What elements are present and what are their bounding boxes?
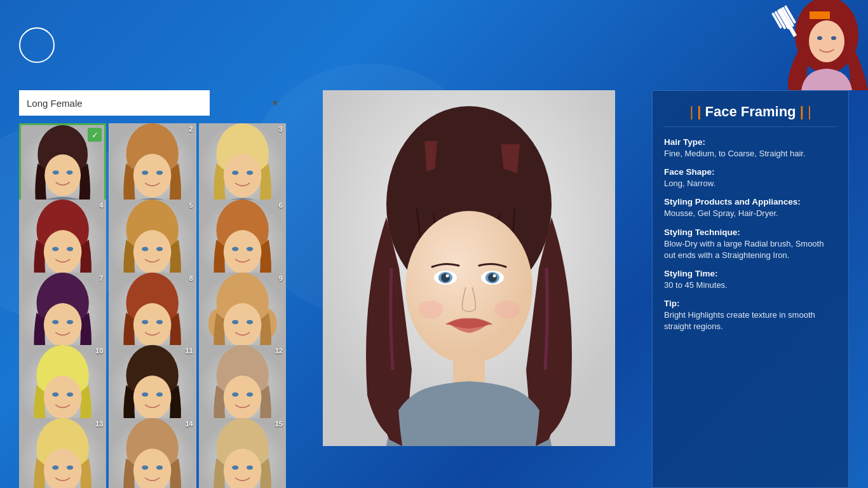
left-panel: Long FemaleShort FemaleMedium FemaleLong… — [19, 90, 286, 488]
svg-point-71 — [232, 393, 238, 397]
svg-point-15 — [67, 170, 73, 175]
svg-point-96 — [488, 273, 497, 282]
svg-point-23 — [224, 154, 262, 198]
main-content: Long FemaleShort FemaleMedium FemaleLong… — [0, 90, 868, 488]
svg-point-87 — [247, 465, 253, 470]
item-number: 14 — [185, 420, 193, 428]
svg-point-25 — [247, 170, 253, 175]
style-item[interactable]: 2 — [109, 123, 196, 210]
svg-point-19 — [142, 170, 148, 175]
svg-point-61 — [52, 393, 58, 397]
svg-point-56 — [232, 320, 238, 324]
chevron-down-icon: ▼ — [271, 98, 280, 108]
preview-image — [323, 90, 615, 446]
brand-banner — [810, 11, 830, 19]
info-title: | Face Framing | — [664, 104, 837, 127]
item-number: 5 — [189, 201, 193, 209]
svg-point-95 — [441, 273, 450, 282]
svg-point-62 — [67, 393, 73, 397]
info-section-label: Face Shape: — [664, 167, 837, 177]
svg-point-35 — [156, 247, 163, 252]
item-number: 9 — [279, 274, 283, 282]
style-item[interactable]: 3 — [199, 123, 286, 210]
info-section-value: Blow-Dry with a large Radial brush, Smoo… — [664, 238, 837, 261]
svg-point-70 — [224, 376, 262, 419]
style-grid: ✓ — [19, 123, 286, 488]
style-item[interactable]: 13 — [19, 418, 106, 488]
info-section: Styling Products and Appliances: Mousse,… — [664, 197, 837, 219]
style-item[interactable]: 15 — [199, 418, 286, 488]
svg-point-81 — [142, 465, 148, 470]
info-section-label: Styling Time: — [664, 269, 837, 278]
style-item[interactable]: ✓ — [19, 123, 106, 210]
item-number: 8 — [189, 274, 193, 282]
svg-point-57 — [247, 320, 253, 324]
svg-point-90 — [405, 211, 532, 363]
info-section: Tip: Bright Highlights create texture in… — [664, 299, 837, 332]
item-number: 6 — [279, 201, 283, 209]
back-button[interactable] — [19, 27, 55, 63]
svg-point-30 — [67, 247, 73, 252]
svg-point-100 — [494, 301, 520, 318]
item-number: 10 — [95, 347, 103, 355]
info-section-value: Fine, Medium, to Coarse, Straight hair. — [664, 148, 837, 159]
svg-point-48 — [133, 303, 172, 347]
info-section-value: 30 to 45 Minutes. — [664, 280, 837, 291]
svg-point-9 — [831, 36, 836, 40]
center-panel — [296, 90, 642, 488]
svg-point-28 — [44, 230, 82, 274]
info-section-label: Hair Type: — [664, 137, 837, 147]
svg-point-45 — [67, 320, 73, 324]
item-number: 3 — [279, 125, 283, 133]
category-dropdown[interactable]: Long FemaleShort FemaleMedium FemaleLong… — [19, 90, 286, 116]
svg-point-77 — [67, 465, 73, 470]
svg-point-50 — [156, 320, 163, 324]
svg-point-34 — [142, 247, 148, 252]
svg-point-39 — [232, 247, 238, 252]
category-select[interactable]: Long FemaleShort FemaleMedium FemaleLong… — [19, 90, 210, 116]
svg-point-8 — [817, 36, 822, 40]
style-item[interactable]: 14 — [109, 418, 196, 488]
svg-point-38 — [224, 230, 262, 274]
info-section: Styling Time: 30 to 45 Minutes. — [664, 269, 837, 291]
svg-point-66 — [142, 393, 148, 397]
svg-point-82 — [156, 465, 163, 470]
svg-point-49 — [142, 320, 148, 324]
svg-point-13 — [44, 154, 81, 196]
svg-point-20 — [156, 170, 163, 175]
svg-point-33 — [133, 230, 172, 274]
svg-point-24 — [232, 170, 238, 175]
info-panel: | Face Framing | Hair Type: Fine, Medium… — [652, 90, 849, 488]
svg-point-97 — [446, 274, 449, 278]
preview-frame — [323, 90, 615, 446]
info-section-label: Styling Technique: — [664, 227, 837, 237]
item-number: 4 — [99, 201, 103, 209]
svg-point-7 — [809, 20, 844, 62]
svg-point-99 — [418, 301, 444, 318]
info-section-label: Styling Products and Appliances: — [664, 197, 837, 207]
svg-point-43 — [44, 303, 82, 347]
info-section-value: Long, Narrow. — [664, 178, 837, 189]
svg-point-72 — [247, 393, 253, 397]
header — [0, 0, 868, 90]
svg-point-18 — [133, 154, 172, 198]
svg-point-98 — [493, 274, 496, 278]
svg-point-60 — [44, 376, 82, 419]
info-section-label: Tip: — [664, 299, 837, 308]
item-number: 13 — [95, 420, 103, 428]
svg-point-44 — [52, 320, 58, 324]
svg-point-86 — [232, 465, 238, 470]
svg-point-55 — [224, 303, 262, 347]
item-number: 12 — [275, 347, 283, 355]
item-number: 15 — [275, 420, 283, 428]
info-section: Hair Type: Fine, Medium, to Coarse, Stra… — [664, 137, 837, 159]
selected-badge: ✓ — [88, 128, 102, 142]
svg-point-29 — [52, 247, 58, 252]
item-number: 11 — [185, 347, 193, 355]
brand-area — [671, 0, 868, 90]
svg-point-76 — [52, 465, 58, 470]
item-number: 7 — [99, 274, 103, 282]
info-section: Face Shape: Long, Narrow. — [664, 167, 837, 189]
preview-svg — [323, 90, 615, 446]
svg-point-14 — [53, 170, 59, 175]
